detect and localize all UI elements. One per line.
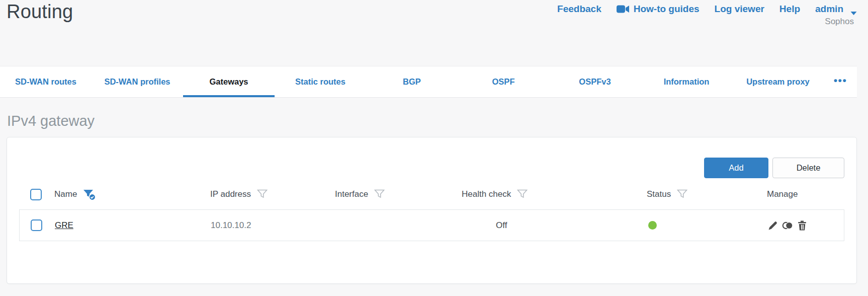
- status-dot-green: [648, 221, 657, 230]
- table-row: GRE 10.10.10.2 Off: [19, 209, 844, 241]
- tab-ospfv3[interactable]: OSPFv3: [549, 66, 641, 97]
- main-content: IPv4 gateway Add Delete Name: [0, 113, 868, 284]
- column-header-ip: IP address: [210, 189, 251, 199]
- column-header-manage: Manage: [767, 189, 798, 199]
- tab-bar: SD-WAN routes SD-WAN profiles Gateways S…: [0, 66, 857, 98]
- tab-bgp[interactable]: BGP: [366, 66, 458, 97]
- tabs-overflow-button[interactable]: •••: [824, 66, 857, 97]
- ip-filter-icon[interactable]: [257, 189, 268, 199]
- toolbar: Add Delete: [19, 158, 844, 178]
- user-name: admin: [815, 4, 843, 15]
- howto-guides-link[interactable]: How-to guides: [617, 4, 700, 15]
- column-header-interface: Interface: [335, 189, 368, 199]
- table-header-row: Name IP address: [19, 179, 844, 209]
- column-header-name: Name: [54, 189, 77, 199]
- edit-pencil-icon[interactable]: [767, 220, 778, 231]
- tab-ospf[interactable]: OSPF: [458, 66, 549, 97]
- feedback-link[interactable]: Feedback: [557, 4, 601, 15]
- column-header-health: Health check: [462, 189, 511, 199]
- tab-static-routes[interactable]: Static routes: [275, 66, 366, 97]
- column-header-status: Status: [647, 189, 671, 199]
- user-menu[interactable]: admin: [815, 4, 857, 15]
- row-checkbox[interactable]: [31, 219, 42, 231]
- select-all-checkbox[interactable]: [30, 189, 42, 200]
- gateway-health-check: Off: [462, 220, 647, 231]
- interface-filter-icon[interactable]: [374, 189, 385, 199]
- brand-label: Sophos: [825, 17, 854, 27]
- page-header: Routing Feedback How-to guides Log viewe…: [0, 0, 868, 66]
- gateway-card: Add Delete Name IP: [7, 137, 857, 284]
- delete-button[interactable]: Delete: [772, 158, 844, 178]
- trash-icon[interactable]: [797, 220, 808, 231]
- tab-information[interactable]: Information: [641, 66, 732, 97]
- clone-icon[interactable]: [782, 220, 793, 231]
- video-camera-icon: [617, 5, 630, 14]
- tab-gateways[interactable]: Gateways: [183, 66, 275, 97]
- top-nav: Feedback How-to guides Log viewer Help a…: [557, 4, 857, 15]
- add-button[interactable]: Add: [704, 158, 768, 178]
- help-link[interactable]: Help: [779, 4, 800, 15]
- gateway-name-link[interactable]: GRE: [55, 220, 73, 230]
- health-filter-icon[interactable]: [517, 189, 528, 199]
- status-filter-icon[interactable]: [677, 189, 687, 199]
- tab-sdwan-routes[interactable]: SD-WAN routes: [0, 66, 92, 97]
- tab-upstream-proxy[interactable]: Upstream proxy: [732, 66, 824, 97]
- chevron-down-icon: [850, 7, 857, 12]
- name-filter-active-icon[interactable]: [83, 189, 97, 201]
- manage-cell: [767, 220, 844, 231]
- gateway-ip: 10.10.10.2: [211, 220, 335, 231]
- log-viewer-link[interactable]: Log viewer: [715, 4, 764, 15]
- page-title: Routing: [7, 1, 73, 23]
- tab-sdwan-profiles[interactable]: SD-WAN profiles: [92, 66, 183, 97]
- section-title: IPv4 gateway: [7, 113, 857, 129]
- gateway-table: Name IP address: [19, 179, 844, 241]
